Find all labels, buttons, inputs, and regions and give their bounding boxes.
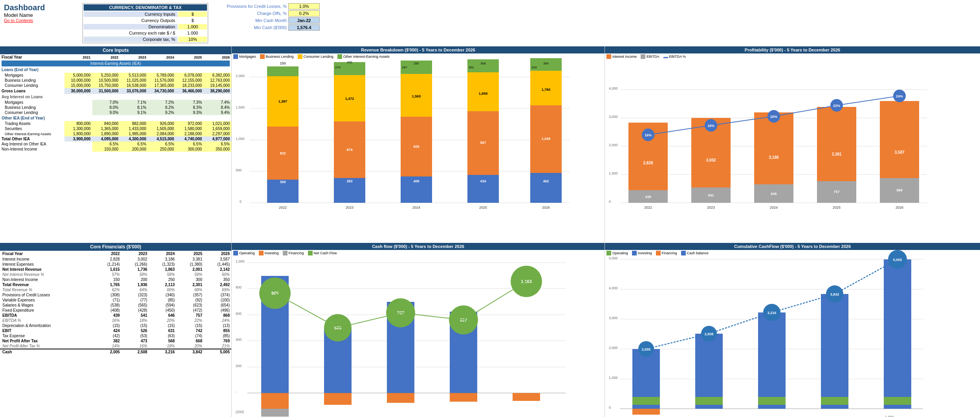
cf-inv-2023	[324, 393, 352, 405]
legend-cum-financing: Financing	[656, 251, 677, 255]
svg-text:462: 462	[543, 179, 549, 183]
legend-label-cum-investing: Investing	[638, 251, 652, 255]
svg-text:-: -	[236, 390, 237, 394]
prov-row-2: Min Cash Month Jan-22	[216, 17, 326, 24]
svg-text:2024: 2024	[412, 206, 420, 209]
svg-text:24%: 24%	[896, 94, 903, 98]
loan-mortgages-label: Mortgages	[0, 73, 64, 78]
legend-color-cum-operating	[606, 251, 611, 255]
svg-text:646: 646	[771, 192, 777, 196]
table-row: Securities 1,300,000 1,365,000 1,433,000…	[0, 126, 231, 131]
iea-subheader: Interest-Earning Assets (IEA)	[2, 61, 230, 66]
svg-text:0: 0	[609, 200, 611, 204]
cumulative-chart-area: 0 1,000 2,000 3,000 4,000 5,000 -1,000	[605, 256, 980, 417]
core-inputs-header: Core Inputs	[0, 46, 231, 54]
cf-inv-2024	[387, 393, 414, 403]
svg-text:16%: 16%	[645, 133, 652, 137]
svg-text:3,587: 3,587	[894, 150, 904, 154]
prov-value-1: 0.2%	[288, 10, 320, 17]
header: Dashboard Model Name Go to Contents CURR…	[0, 0, 980, 46]
table-row: EBIT 424 526 631 742 855	[0, 328, 231, 333]
prov-label-0: Provisions for Credit Losses, %	[216, 4, 287, 9]
table-row: Tax Expense (42) (53) (63) (74) (85)	[0, 333, 231, 338]
legend-color-cum-investing	[632, 251, 637, 255]
legend-label-operating: Operating	[239, 251, 255, 255]
svg-text:3,842: 3,842	[830, 292, 839, 296]
svg-text:400: 400	[236, 338, 242, 342]
cumulative-chart-title: Cumulative CashFlow ($'000) - 5 Years to…	[605, 243, 980, 250]
svg-text:868: 868	[896, 188, 902, 192]
dashboard-title: Dashboard	[4, 3, 75, 12]
table-row: Consumer Lending 9.0% 9.1% 9.2% 9.3% 9.4…	[0, 110, 231, 115]
svg-text:2022: 2022	[644, 206, 652, 209]
table-row: Net Interest Revenue % 57% 58% 58% 59% 6…	[0, 272, 231, 277]
cashflow-chart-panel: Cash flow ($'000) - 5 Years to December …	[232, 243, 605, 417]
legend-mortgages: Mortgages	[233, 54, 256, 59]
svg-text:22%: 22%	[833, 104, 840, 108]
legend-color-other	[337, 54, 342, 59]
legend-label-cum-financing: Financing	[662, 251, 677, 255]
loan-business-label: Business Lending	[0, 78, 64, 83]
svg-text:200: 200	[236, 364, 242, 368]
legend-label-investing: Investing	[265, 251, 279, 255]
legend-business: Business Lending	[260, 54, 294, 59]
cashflow-legend: Operating Investing Financing Net Cash F…	[232, 250, 604, 256]
svg-text:757: 757	[833, 190, 839, 194]
cashflow-chart-title: Cash flow ($'000) - 5 Years to December …	[232, 243, 604, 250]
svg-text:383: 383	[346, 179, 352, 183]
svg-text:1,387: 1,387	[278, 99, 288, 103]
svg-text:987: 987	[480, 141, 486, 145]
table-row: Variable Expenses (71) (77) (85) (92) (1…	[0, 298, 231, 303]
table-row: Salaries & Wages (538) (565) (594) (623)…	[0, 303, 231, 308]
legend-financing: Financing	[283, 251, 304, 255]
cumulative-cashflow-panel: Cumulative CashFlow ($'000) - 5 Years to…	[605, 243, 980, 417]
core-inputs-table: Fiscal Year 2021 2022 2023 2024 2025 202…	[0, 54, 231, 152]
svg-text:2022: 2022	[279, 206, 287, 209]
table-row: Mortgages 7.0% 7.1% 7.2% 7.3% 7.4%	[0, 100, 231, 105]
svg-text:822: 822	[280, 151, 286, 155]
legend-operating: Operating	[233, 251, 255, 255]
prof-group-2026: 3,587 868 2026	[880, 101, 919, 209]
legend-label-business: Business Lending	[266, 55, 294, 59]
svg-text:273: 273	[335, 66, 341, 69]
table-row: Fixed Expenditure (408) (428) (450) (472…	[0, 308, 231, 313]
svg-text:2026: 2026	[542, 206, 550, 209]
legend-label-ebitdapct: EBITDA %	[669, 55, 686, 59]
legend-color-consumer	[298, 54, 302, 59]
legend-label-cash-balance: Cash balance	[687, 251, 709, 255]
revenue-chart-title: Revenue Breakdown ($'000) - 5 Years to D…	[232, 46, 604, 53]
svg-text:1,659: 1,659	[479, 92, 488, 96]
legend-cum-operating: Operating	[606, 251, 628, 255]
svg-text:(200): (200)	[236, 410, 244, 414]
currency-label-1: Currency Outputs	[84, 18, 178, 23]
cum-cb-2026	[884, 259, 911, 409]
year-2026: 2026	[203, 54, 231, 60]
prov-value-0: 1.0%	[288, 3, 320, 9]
cum-cb-2025	[821, 294, 848, 409]
svg-text:3,000: 3,000	[609, 316, 618, 320]
legend-ebitda: EBITDA	[641, 54, 659, 59]
svg-text:4,000: 4,000	[609, 86, 618, 90]
cum-fin-2022	[632, 409, 660, 415]
gross-loans-label: Gross Loans	[0, 88, 64, 94]
legend-label-cum-operating: Operating	[612, 251, 628, 255]
go-to-contents-link[interactable]: Go to Contents	[4, 18, 33, 23]
currency-table-header: CURRENCY, DENOMINATOR & TAX	[84, 4, 207, 11]
svg-text:1,500: 1,500	[236, 105, 245, 109]
prov-row-1: Charge-Offs, % 0.2%	[216, 10, 326, 17]
table-row: Total Other IEA 3,900,000 4,095,000 4,30…	[0, 136, 231, 141]
prov-row-0: Provisions for Credit Losses, % 1.0%	[216, 3, 326, 9]
legend-ebitda-pct: EBITDA %	[663, 55, 686, 59]
prov-label-1: Charge-Offs, %	[216, 11, 287, 16]
table-row: EBITDA 439 541 646 757 868	[0, 313, 231, 318]
fiscal-year-label: Fiscal Year	[0, 54, 64, 60]
revenue-chart-panel: Revenue Breakdown ($'000) - 5 Years to D…	[232, 46, 605, 243]
legend-label-consumer: Consumer Lending	[304, 55, 333, 59]
svg-text:2026: 2026	[896, 206, 903, 209]
svg-text:1,760: 1,760	[542, 88, 551, 92]
loan-mort-2022: 5,250,000	[92, 73, 120, 78]
cum-op-2026	[884, 397, 911, 405]
model-name: Model Name	[4, 12, 75, 18]
table-row: Business Lending 10,000,000 10,500,000 1…	[0, 78, 231, 83]
svg-text:1,000: 1,000	[236, 137, 245, 141]
